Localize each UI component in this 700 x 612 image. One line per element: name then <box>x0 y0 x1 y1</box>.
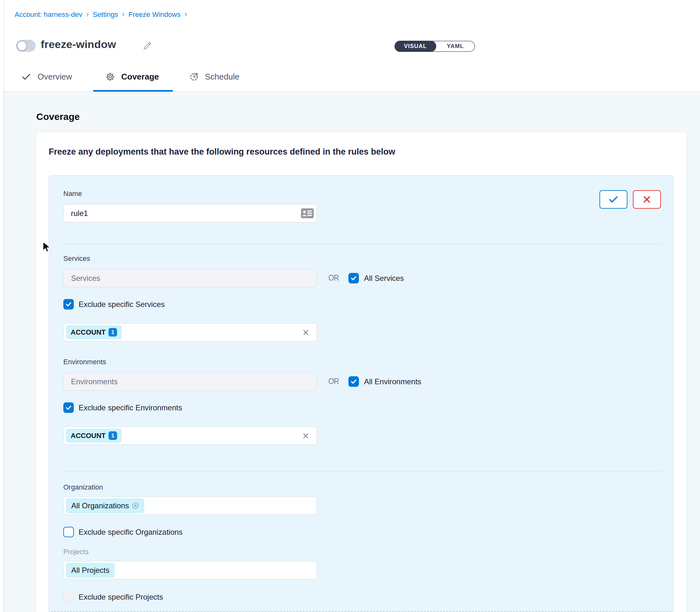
breadcrumb-freeze-windows-link[interactable]: Freeze Windows <box>128 11 181 19</box>
breadcrumb: Account: harness-dev › Settings › Freeze… <box>15 0 191 29</box>
confirm-check-icon <box>608 194 619 205</box>
edit-name-pencil-icon[interactable] <box>142 41 153 51</box>
services-label: Services <box>63 254 90 263</box>
breadcrumb-separator: › <box>184 9 187 19</box>
name-label: Name <box>63 190 82 198</box>
freeze-instruction-text: Freeze any deployments that have the fol… <box>49 147 395 157</box>
all-projects-chip: All Projects <box>66 563 114 578</box>
visual-mode-button[interactable]: VISUAL <box>395 41 436 52</box>
all-environments-label: All Environments <box>364 376 421 387</box>
collapsed-sidebar-edge <box>0 0 3 612</box>
exclude-environments-label: Exclude specific Environments <box>79 402 182 413</box>
chip-label: ACCOUNT <box>71 328 106 336</box>
coverage-heading: Coverage <box>36 111 80 122</box>
exclude-organizations-label: Exclude specific Organizations <box>79 527 183 537</box>
chip-label: All Projects <box>71 566 109 575</box>
tab-coverage-label: Coverage <box>121 72 159 82</box>
excluded-environments-input[interactable]: ACCOUNT 1 <box>63 427 317 445</box>
breadcrumb-bar: Account: harness-dev › Settings › Freeze… <box>0 0 700 30</box>
exclude-services-label: Exclude specific Services <box>79 299 165 309</box>
tab-schedule[interactable]: Schedule <box>189 62 239 92</box>
visual-yaml-toggle: VISUAL YAML <box>395 41 475 52</box>
breadcrumb-separator: › <box>86 9 89 19</box>
toggle-knob <box>17 41 27 51</box>
environments-label: Environments <box>63 358 106 366</box>
environments-input <box>63 373 317 391</box>
chip-count-badge: 1 <box>109 328 117 336</box>
exclude-organizations-checkbox[interactable] <box>63 527 74 537</box>
gear-icon <box>105 72 115 82</box>
section-divider <box>63 471 661 471</box>
all-services-checkbox[interactable] <box>348 273 359 283</box>
freeze-enabled-toggle[interactable] <box>16 40 36 52</box>
rule-name-input[interactable] <box>63 204 317 222</box>
clear-excluded-services-icon[interactable] <box>302 329 310 336</box>
exclude-projects-label: Exclude specific Projects <box>79 592 163 602</box>
confirm-rule-button[interactable] <box>600 190 628 209</box>
chip-label: All Organizations <box>71 501 129 510</box>
tab-coverage[interactable]: Coverage <box>105 62 159 92</box>
excluded-services-input[interactable]: ACCOUNT 1 <box>63 323 317 341</box>
environments-or-label: OR <box>328 377 339 386</box>
chip-label: ACCOUNT <box>71 432 106 440</box>
all-services-label: All Services <box>364 273 404 283</box>
excluded-services-account-chip[interactable]: ACCOUNT 1 <box>66 325 122 339</box>
tab-overview-label: Overview <box>38 72 72 82</box>
check-icon <box>21 72 31 82</box>
tab-schedule-label: Schedule <box>205 72 239 82</box>
clear-excluded-environments-icon[interactable] <box>302 432 310 440</box>
services-input <box>63 269 317 287</box>
projects-input[interactable]: All Projects <box>63 561 317 579</box>
schedule-icon <box>189 72 199 82</box>
projects-label: Projects <box>63 548 88 556</box>
services-or-label: OR <box>328 273 339 282</box>
yaml-mode-button[interactable]: YAML <box>436 41 475 51</box>
tab-bar: Overview Coverage Schedule <box>0 62 700 92</box>
remove-all-organizations-icon[interactable] <box>132 502 139 509</box>
page-title: freeze-window <box>41 38 116 51</box>
exclude-environments-checkbox[interactable] <box>63 402 74 413</box>
all-organizations-chip: All Organizations <box>66 498 144 513</box>
organization-label: Organization <box>63 483 103 491</box>
breadcrumb-separator: › <box>122 9 125 19</box>
title-bar: freeze-window VISUAL YAML <box>0 29 700 62</box>
tab-overview[interactable]: Overview <box>21 62 72 92</box>
breadcrumb-settings-link[interactable]: Settings <box>93 11 118 19</box>
rule-card: Name Services OR All Services Exclude sp… <box>49 175 674 612</box>
cancel-x-icon <box>642 195 651 204</box>
section-divider <box>63 244 661 244</box>
exclude-projects-checkbox <box>63 592 74 602</box>
all-environments-checkbox[interactable] <box>348 376 359 387</box>
active-tab-underline <box>93 90 173 92</box>
cancel-rule-button[interactable] <box>633 190 661 209</box>
excluded-environments-account-chip[interactable]: ACCOUNT 1 <box>66 429 122 443</box>
organization-input[interactable]: All Organizations <box>63 497 317 515</box>
breadcrumb-account-link[interactable]: Account: harness-dev <box>15 11 82 19</box>
exclude-services-checkbox[interactable] <box>63 299 74 309</box>
chip-count-badge: 1 <box>109 431 117 440</box>
